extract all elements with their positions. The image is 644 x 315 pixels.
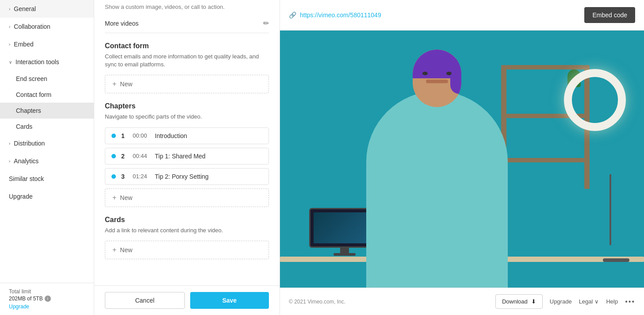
chapter-item-2[interactable]: 2 00:44 Tip 1: Shared Med [105,148,269,165]
sidebar-label-end-screen: End screen [16,75,47,82]
video-container [280,31,644,288]
video-scene [280,31,644,288]
sidebar-label-contact-form: Contact form [16,91,51,98]
sidebar-item-general[interactable]: › General [0,0,94,18]
chapter-num: 1 [121,132,127,139]
chapter-name: Tip 2: Porxy Setting [155,173,209,180]
add-card-label: New [120,246,132,254]
bottom-action-bar: Cancel Save [94,285,280,315]
person-eye-right [446,72,452,75]
right-panel: 🔗 https://vimeo.com/580111049 Embed code [280,0,644,315]
chevron-right-icon: › [9,24,10,29]
add-contact-form-label: New [120,81,132,88]
monitor-stand [340,248,349,253]
sidebar-label-analytics: Analytics [14,158,38,165]
chapter-name: Introduction [155,132,187,139]
sidebar-item-interaction-tools[interactable]: ∨ Interaction tools [0,53,94,71]
download-button[interactable]: Download ⬇ [495,294,543,309]
footer-links: Download ⬇ Upgrade Legal ∨ Help ••• [495,294,635,309]
sidebar-label-similar-stock: Similar stock [9,175,44,182]
person-body [366,91,508,288]
person-head [413,50,461,107]
sidebar-sub-item-contact-form[interactable]: Contact form [0,87,94,103]
sidebar-label-upgrade: Upgrade [9,193,33,200]
cards-section: Cards Add a link to relevant content dur… [105,216,269,259]
sidebar-footer: Total limit 202MB of 5TB i Upgrade [0,283,94,315]
video-url-row: 🔗 https://vimeo.com/580111049 [289,12,381,19]
chevron-right-icon: › [9,159,10,164]
more-videos-label: More videos [105,20,138,27]
more-videos-section: Show a custom image, videos, or call to … [105,0,269,33]
more-videos-desc: Show a custom image, videos, or call to … [105,4,269,14]
sidebar-item-similar-stock[interactable]: Similar stock [0,170,94,188]
sidebar-label-embed: Embed [14,41,33,48]
chevron-right-icon: › [9,7,10,12]
chapters-section: Chapters Navigate to specific parts of t… [105,102,269,207]
footer-help-link[interactable]: Help [606,298,618,305]
sidebar-item-distribution[interactable]: › Distribution [0,134,94,152]
chevron-right-icon: › [9,141,10,146]
chapter-time: 00:00 [133,132,150,139]
chapter-name: Tip 1: Shared Med [155,153,206,160]
chapter-dot [111,154,116,158]
footer-legal-label: Legal [579,298,593,305]
chapter-time: 01:24 [133,173,150,180]
add-card-button[interactable]: + New [105,241,269,259]
contact-form-desc: Collect emails and more information to g… [105,53,269,69]
sidebar-label-interaction-tools: Interaction tools [15,58,59,65]
chapter-dot [111,134,116,138]
sidebar-item-upgrade[interactable]: Upgrade [0,188,94,205]
person-hair-side [450,58,461,94]
cards-desc: Add a link to relevant content during th… [105,227,269,234]
sidebar-sub-item-end-screen[interactable]: End screen [0,71,94,87]
chapter-item-3[interactable]: 3 01:24 Tip 2: Porxy Setting [105,168,269,185]
save-button[interactable]: Save [190,292,269,309]
ring-base [603,258,629,262]
sidebar-item-analytics[interactable]: › Analytics [0,152,94,170]
chapter-item-1[interactable]: 1 00:00 Introduction [105,127,269,144]
add-chapter-button[interactable]: + New [105,188,269,207]
ring-light-decoration [564,69,626,131]
video-footer: © 2021 Vimeo.com, Inc. Download ⬇ Upgrad… [280,288,644,315]
ring-stand [610,174,611,245]
link-icon: 🔗 [289,12,296,19]
storage-usage-value: 202MB of 5TB [9,296,43,302]
add-contact-form-button[interactable]: + New [105,75,269,93]
middle-scroll-area: Show a custom image, videos, or call to … [94,0,280,285]
monitor-base [334,253,356,256]
chapters-desc: Navigate to specific parts of the video. [105,113,269,121]
cancel-button[interactable]: Cancel [105,292,185,309]
sidebar-label-collaboration: Collaboration [14,23,50,30]
sidebar-item-embed[interactable]: › Embed [0,35,94,53]
chapter-time: 00:44 [133,153,150,159]
footer-copyright: © 2021 Vimeo.com, Inc. [289,299,345,305]
sidebar-label-chapters: Chapters [16,107,41,114]
contact-form-title: Contact form [105,42,269,50]
person-mouth [426,80,448,83]
person-figure [353,56,521,288]
video-header: 🔗 https://vimeo.com/580111049 Embed code [280,0,644,31]
sidebar-sub-item-chapters[interactable]: Chapters [0,103,94,119]
footer-upgrade-link[interactable]: Upgrade [550,298,572,305]
storage-usage: 202MB of 5TB i [9,296,85,302]
sidebar-item-collaboration[interactable]: › Collaboration [0,18,94,35]
plus-icon: + [112,246,116,254]
plus-icon: + [112,194,116,202]
edit-icon[interactable]: ✏ [263,19,269,27]
info-icon[interactable]: i [45,296,51,302]
embed-code-button[interactable]: Embed code [584,7,635,23]
plus-icon: + [112,80,116,88]
video-url-link[interactable]: https://vimeo.com/580111049 [300,12,381,19]
cards-title: Cards [105,216,269,224]
chevron-right-icon: › [9,42,10,47]
more-videos-row: More videos ✏ [105,14,269,33]
sidebar-sub-item-cards[interactable]: Cards [0,119,94,134]
footer-legal-dropdown[interactable]: Legal ∨ [579,298,599,305]
more-options-icon[interactable]: ••• [625,298,635,306]
chapter-dot [111,174,116,179]
sidebar-label-distribution: Distribution [14,140,45,147]
upgrade-link[interactable]: Upgrade [9,303,85,310]
add-chapter-label: New [120,194,132,201]
download-icon: ⬇ [531,298,536,305]
contact-form-section: Contact form Collect emails and more inf… [105,42,269,93]
